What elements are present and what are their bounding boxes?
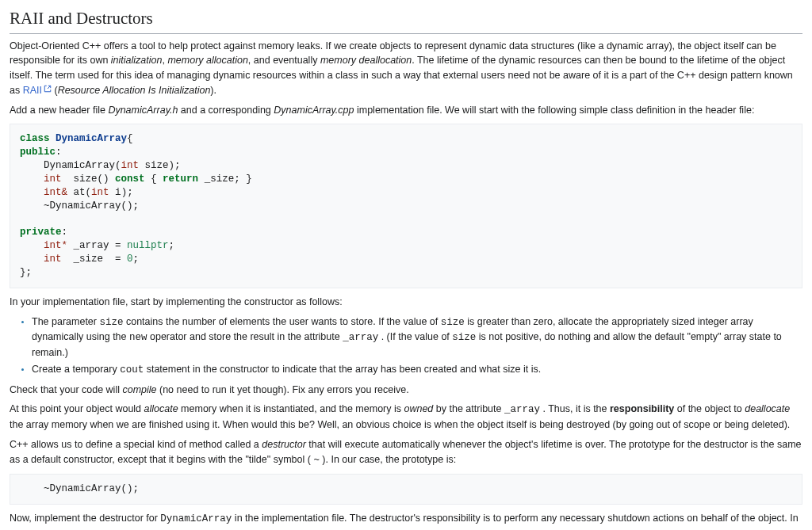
responsibility-bold: responsibility bbox=[610, 403, 674, 414]
intro-paragraph-2: Add a new header file DynamicArray.h and… bbox=[10, 103, 802, 118]
filename-header: DynamicArray.h bbox=[108, 105, 178, 116]
term-memory-deallocation: memory deallocation bbox=[320, 55, 412, 66]
list-item: The parameter size contains the number o… bbox=[32, 315, 802, 360]
external-link-icon bbox=[44, 85, 52, 93]
text: implementation file. We will start with … bbox=[354, 105, 754, 116]
impl-intro: In your implementation file, start by im… bbox=[10, 295, 802, 310]
term-raii-expansion: Resource Allocation Is Initialization bbox=[58, 85, 211, 96]
raii-link[interactable]: RAII bbox=[23, 85, 52, 96]
code-block-destructor-proto: ~DynamicArray(); bbox=[10, 474, 802, 505]
term-memory-allocation: memory allocation bbox=[167, 55, 247, 66]
code-block-class-definition: class DynamicArray{ public: DynamicArray… bbox=[10, 124, 802, 288]
intro-paragraph-1: Object-Oriented C++ offers a tool to hel… bbox=[10, 39, 802, 98]
compile-check-1: Check that your code will compile (no ne… bbox=[10, 383, 802, 398]
text: , and eventually bbox=[248, 55, 320, 66]
text: Add a new header file bbox=[10, 105, 108, 116]
text: ). bbox=[210, 85, 216, 96]
text: and a corresponding bbox=[178, 105, 274, 116]
code-array-attr: _array bbox=[343, 332, 378, 343]
implement-destructor-paragraph: Now, implement the destructor for Dynami… bbox=[10, 511, 802, 530]
filename-cpp: DynamicArray.cpp bbox=[274, 105, 354, 116]
text: ( bbox=[52, 85, 58, 96]
code-new: new bbox=[129, 332, 147, 343]
list-item: Create a temporary cout statement in the… bbox=[32, 362, 802, 378]
page-title: RAII and Destructors bbox=[10, 6, 802, 34]
term-initialization: initialization bbox=[111, 55, 163, 66]
code-cout: cout bbox=[120, 364, 144, 376]
constructor-steps-list: The parameter size contains the number o… bbox=[32, 315, 802, 378]
code-size: size bbox=[99, 317, 123, 328]
destructor-paragraph: C++ allows us to define a special kind o… bbox=[10, 437, 802, 468]
allocate-paragraph: At this point your object would allocate… bbox=[10, 402, 802, 433]
